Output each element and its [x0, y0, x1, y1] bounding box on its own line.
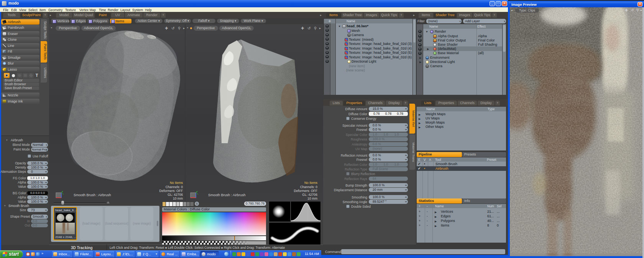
vp1-collapse-icon[interactable]: ◂: [51, 26, 52, 29]
bg-value-field[interactable]: 100.0 %◂▸: [27, 200, 48, 203]
tab-animate[interactable]: Animate: [125, 13, 143, 18]
use-falloff-checkbox[interactable]: [28, 154, 31, 158]
mode-vertices[interactable]: Vertices: [51, 19, 69, 23]
prop-field[interactable]: 20 mm◂▸: [369, 188, 408, 192]
tab-quicktips-1[interactable]: Quick Tips: [380, 13, 398, 18]
shader-row[interactable]: Alpha Output: [438, 34, 458, 38]
stat-row[interactable]: Polygons: [441, 219, 455, 223]
task-emba[interactable]: Emba...: [181, 251, 199, 257]
vtab-material-ref[interactable]: Material Ref: [409, 104, 415, 134]
eye-icon[interactable]: [325, 60, 329, 63]
list-row[interactable]: UV Maps: [426, 116, 440, 121]
preview-pan-icon[interactable]: ✚: [625, 8, 628, 12]
conserve-energy-checkbox[interactable]: [346, 117, 350, 120]
stat-plus[interactable]: +: [419, 214, 421, 218]
expand-arrow[interactable]: ▶: [419, 121, 421, 125]
tray-icon[interactable]: [260, 252, 264, 256]
tab-render[interactable]: Render: [143, 13, 160, 18]
tab-paint[interactable]: Paint: [95, 13, 110, 18]
nozzle-button[interactable]: Nozzle: [1, 93, 39, 98]
shape-in-field[interactable]: 0.0: [31, 219, 48, 223]
prop-field[interactable]: 0.0 %◂▸: [369, 153, 408, 157]
vp2-pan-icon[interactable]: ✚: [301, 26, 304, 30]
hue-gradient[interactable]: [162, 212, 266, 235]
brushtip-dot-white[interactable]: [10, 73, 16, 78]
shader-scrollbar[interactable]: [503, 24, 506, 95]
tab-images-1[interactable]: Images: [364, 13, 379, 18]
brushtip-dot-active[interactable]: [4, 73, 10, 78]
stepper-icon[interactable]: ◂▸: [45, 162, 47, 165]
tray-icon[interactable]: [283, 252, 287, 256]
stat-plus[interactable]: +: [419, 210, 421, 213]
command-input[interactable]: [341, 249, 505, 254]
snapping-menu[interactable]: Snapping ▾: [217, 19, 239, 23]
tab-add-lists[interactable]: +: [495, 101, 500, 106]
preview-zoom-icon[interactable]: ⚲: [636, 8, 639, 12]
tab-add-left[interactable]: +: [43, 13, 48, 18]
start-button[interactable]: start: [0, 250, 23, 258]
brush-browser-button[interactable]: Brush Browser: [3, 83, 39, 86]
shader-row[interactable]: Directional Light: [430, 60, 455, 64]
title-bar[interactable]: [0, 0, 508, 7]
expand-arrow[interactable]: ▶: [419, 112, 421, 117]
eye-icon[interactable]: [325, 38, 329, 41]
list-row[interactable]: Other Maps: [426, 125, 444, 129]
tray-icon[interactable]: [232, 252, 236, 256]
stat-row[interactable]: Vertices: [441, 210, 453, 214]
stepper-icon[interactable]: ◂▸: [45, 196, 47, 199]
prop-field[interactable]: 64: [369, 177, 408, 181]
tool-paintbrush[interactable]: Paintbrush: [1, 25, 39, 30]
brushtip-faded-1[interactable]: [17, 73, 22, 78]
tray-icon[interactable]: [246, 252, 250, 256]
shader-row[interactable]: (defaultMat): [438, 47, 456, 51]
task-filem[interactable]: FileM...: [74, 251, 93, 257]
prop-field[interactable]: 100.0 %◂▸: [369, 195, 408, 199]
shader-row[interactable]: Base Shader: [438, 43, 458, 47]
fg-alpha-field[interactable]: 100.0 %◂▸: [27, 180, 48, 184]
tab-model-quad[interactable]: Model Quad: [73, 13, 94, 18]
item-row[interactable]: Texture: Image: head_bake_final_02d (3): [349, 42, 412, 46]
stat-row[interactable]: Edges: [441, 214, 451, 218]
tray-icon[interactable]: [237, 252, 241, 256]
tray-icon[interactable]: [251, 252, 255, 256]
blurry-reflection-checkbox[interactable]: [346, 172, 350, 175]
prop-field[interactable]: 0.0 %◂▸: [369, 123, 408, 127]
prop-field[interactable]: 15.0 %◂▸: [369, 107, 408, 111]
brushtip-text[interactable]: T: [34, 73, 39, 78]
minimize-button[interactable]: _: [490, 1, 495, 6]
tray-icon[interactable]: [255, 252, 259, 256]
task-real[interactable]: Real ...: [160, 251, 179, 257]
shader-row[interactable]: Render: [435, 30, 446, 34]
load-image-cell[interactable]: (load image): [80, 207, 103, 240]
preview-more-icon[interactable]: ▸: [641, 8, 642, 12]
stat-minus[interactable]: -: [427, 210, 428, 213]
item-row[interactable]: Camera: [352, 33, 364, 37]
quicklaunch-icon-1[interactable]: [26, 252, 30, 256]
tool-lasso[interactable]: Lasso: [1, 67, 39, 72]
swatch-s-button[interactable]: S: [195, 202, 199, 206]
tool-airbrush[interactable]: Airbrush: [1, 19, 39, 25]
color-swatch[interactable]: [190, 202, 194, 207]
prop-field[interactable]: 89.5247 °◂▸: [369, 200, 408, 204]
tab-uv[interactable]: UV: [111, 13, 124, 18]
image-thumb-selected[interactable]: head_bake_fi ... 2048 x 2048, ...: [53, 207, 77, 240]
tab-lists2[interactable]: Lists: [421, 101, 435, 106]
image-ink-button[interactable]: Image Ink: [1, 99, 39, 104]
expand-arrow[interactable]: ▶: [419, 125, 421, 129]
stepper-icon[interactable]: ◂▸: [45, 170, 47, 173]
item-row[interactable]: Directional Light: [352, 60, 376, 64]
eye-icon[interactable]: [418, 43, 422, 46]
chevron-down-icon[interactable]: ▾: [156, 251, 157, 257]
expand-arrow[interactable]: ▶: [419, 56, 421, 60]
brush-profile-curve[interactable]: [291, 202, 320, 222]
prop-field[interactable]: 0.0 %◂▸: [369, 127, 408, 132]
stepper-icon[interactable]: ◂▸: [45, 185, 47, 188]
list-row[interactable]: Weight Maps: [426, 112, 445, 116]
vp1-pan-icon[interactable]: ✚: [165, 26, 168, 30]
tab-arrow-g2[interactable]: ▸: [413, 13, 415, 17]
tool-smudge[interactable]: Smudge: [1, 55, 39, 60]
stepper-icon[interactable]: ◂▸: [405, 200, 407, 203]
stat-plus[interactable]: +: [419, 223, 421, 227]
vp2-rotate-icon[interactable]: ↺: [307, 26, 310, 30]
task-modo[interactable]: modo: [200, 251, 219, 257]
